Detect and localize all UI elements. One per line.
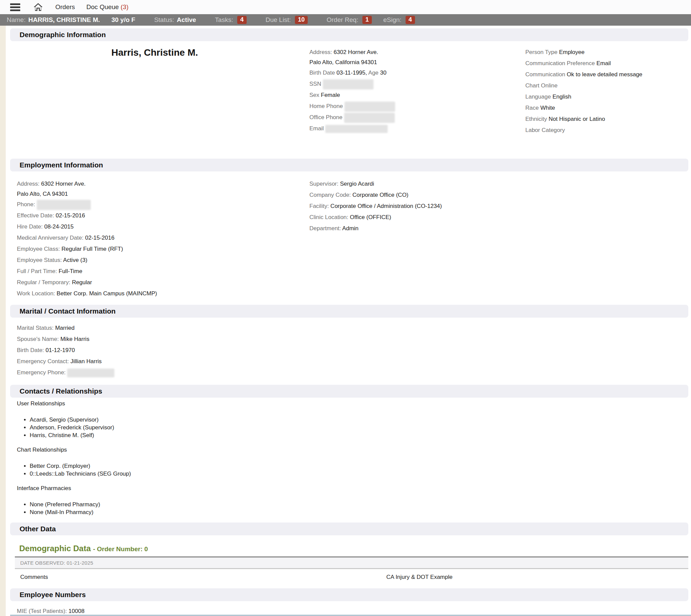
section-title: Other Data [20, 525, 56, 533]
user-relationships-heading: User Relationships [17, 400, 691, 408]
field-ethnicity: Ethnicity Not Hispanic or Latino [525, 113, 642, 125]
contacts-section: User Relationships Acardi, Sergio (Super… [0, 400, 691, 523]
order-req-count-badge[interactable]: 1 [362, 16, 372, 24]
interface-pharmacies-heading: Interface Pharmacies [17, 485, 691, 492]
field-employee-class: Employee Class: Regular Full Time (RFT) [17, 243, 157, 255]
employment-right-column: Supervisor: Sergio Acardi Company Code: … [309, 178, 442, 234]
list-item: None (Mail-In Pharmacy) [30, 508, 691, 516]
comments-row: Comments CA Injury & DOT Example [15, 569, 688, 587]
chart-relationships-heading: Chart Relationships [17, 446, 691, 454]
field-sex: Sex Female [309, 89, 395, 101]
section-header-employee-numbers: Employee Numbers [10, 588, 688, 601]
field-facility: Facility: Corporate Office / Administrat… [309, 200, 442, 212]
status-label: Status: [154, 16, 174, 24]
field-marital-status: Marital Status: Married [17, 322, 114, 333]
field-communication: Communication Ok to leave detailed messa… [525, 69, 642, 80]
list-item: Acardi, Sergio (Supervisor) [30, 416, 691, 424]
field-company-code: Company Code: Corporate Office (CO) [309, 189, 442, 200]
list-item: None (Preferred Pharmacy) [30, 501, 691, 508]
section-title: Employment Information [20, 161, 103, 169]
redacted-ssn [323, 79, 374, 89]
order-req-label: Order Req: [327, 16, 358, 24]
list-item: Better Corp. (Employer) [30, 462, 691, 470]
patient-age-sex: 30 y/o F [111, 16, 135, 24]
list-item: 0::Leeds::Lab Technicians (SEG Group) [30, 470, 691, 478]
marital-section: Marital Status: Married Spouse's Name: M… [0, 317, 691, 385]
order-subtitle: Demographic Data [19, 544, 91, 553]
top-app-bar: Orders Doc Queue (3) [0, 0, 691, 14]
field-chart-online: Chart Online [525, 80, 642, 91]
field-medical-anniversary-date: Medical Anniversary Date: 02-15-2016 [17, 232, 157, 243]
nav-orders[interactable]: Orders [55, 3, 75, 11]
demographic-data-order-heading: Demographic Data - Order Number: 0 [19, 544, 691, 554]
section-title: Demographic Information [20, 31, 106, 39]
section-title: Contacts / Relationships [20, 387, 102, 395]
demographic-section: Harris, Christine M. Address: 6302 Horne… [0, 41, 691, 159]
redacted-emp-phone [37, 200, 91, 210]
field-mie-test-patients: MIE (Test Patients): 10008 [17, 608, 691, 615]
field-labor-category: Labor Category [525, 125, 642, 136]
field-effective-date: Effective Date: 02-15-2016 [17, 210, 157, 221]
doc-queue-label: Doc Queue [86, 3, 119, 10]
doc-queue-count: (3) [120, 3, 128, 10]
section-title: Marital / Contact Information [20, 307, 116, 315]
field-ssn: SSN [309, 78, 395, 89]
field-home-phone: Home Phone [309, 101, 395, 112]
field-emergency-contact: Emergency Contact: Jillian Harris [17, 356, 114, 367]
field-spouse-name: Spouse's Name: Mike Harris [17, 333, 114, 345]
esign-label: eSign: [383, 16, 402, 24]
user-relationships-list: Acardi, Sergio (Supervisor) Anderson, Fr… [0, 416, 691, 439]
employment-section: Address: 6302 Horner Ave. Palo Alto, CA … [0, 172, 691, 305]
hamburger-menu-icon[interactable] [10, 3, 20, 11]
field-full-part-time: Full / Part Time: Full-Time [17, 266, 157, 277]
section-header-marital-contact-information: Marital / Contact Information [10, 305, 688, 317]
comments-value: CA Injury & DOT Example [386, 574, 452, 580]
field-email: Email [309, 123, 395, 134]
list-item: Harris, Christine M. (Self) [30, 431, 691, 439]
redacted-emergency-phone [67, 369, 114, 377]
field-address: Address: 6302 Horner Ave. [309, 47, 395, 58]
interface-pharmacies-list: None (Preferred Pharmacy) None (Mail-In … [0, 501, 691, 516]
patient-banner: Name: HARRIS, CHRISTINE M. 30 y/o F Stat… [0, 14, 691, 26]
nav-doc-queue[interactable]: Doc Queue (3) [86, 3, 129, 11]
field-work-location: Work Location: Better Corp. Main Campus … [17, 288, 157, 299]
date-observed-row: DATE OBSERVED: 01-21-2025 [15, 557, 688, 569]
section-header-other-data: Other Data [10, 523, 688, 535]
field-office-phone: Office Phone [309, 112, 395, 123]
patient-name: HARRIS, CHRISTINE M. [28, 16, 100, 24]
field-employee-status: Employee Status: Active (3) [17, 255, 157, 266]
employment-left-column: Address: 6302 Horner Ave. Palo Alto, CA … [17, 178, 157, 299]
field-communication-preference: Communication Preference Email [525, 58, 642, 69]
tasks-label: Tasks: [215, 16, 233, 24]
order-number: - Order Number: 0 [93, 546, 148, 553]
field-language: Language English [525, 91, 642, 102]
section-title: Employee Numbers [20, 591, 86, 599]
field-person-type: Person Type Employee [525, 47, 642, 58]
status-value: Active [177, 16, 196, 24]
field-supervisor: Supervisor: Sergio Acardi [309, 178, 442, 189]
field-department: Department: Admin [309, 223, 442, 234]
other-data-table: DATE OBSERVED: 01-21-2025 Comments CA In… [15, 556, 688, 587]
marital-column: Marital Status: Married Spouse's Name: M… [17, 322, 114, 378]
field-spouse-birth-date: Birth Date: 01-12-1970 [17, 345, 114, 356]
redacted-office-phone [344, 113, 395, 123]
esign-count-badge[interactable]: 4 [405, 16, 415, 24]
field-address-line2: Palo Alto, California 94301 [309, 58, 395, 67]
due-list-label: Due List: [266, 16, 291, 24]
section-header-contacts-relationships: Contacts / Relationships [10, 385, 688, 398]
field-emp-phone: Phone: [17, 199, 157, 210]
patient-display-name: Harris, Christine M. [111, 47, 198, 58]
home-icon[interactable] [32, 2, 44, 12]
due-list-count-badge[interactable]: 10 [295, 16, 308, 24]
name-label: Name: [7, 16, 26, 24]
chart-relationships-list: Better Corp. (Employer) 0::Leeds::Lab Te… [0, 462, 691, 478]
tasks-count-badge[interactable]: 4 [237, 16, 247, 24]
field-birth-date: Birth Date 03-11-1995, Age 30 [309, 67, 395, 78]
demographic-right-column: Person Type Employee Communication Prefe… [525, 47, 642, 136]
field-regular-temporary: Regular / Temporary: Regular [17, 277, 157, 288]
redacted-home-phone [344, 102, 395, 112]
section-header-demographic-information: Demographic Information [10, 28, 688, 41]
field-emergency-phone: Emergency Phone: [17, 367, 114, 378]
field-hire-date: Hire Date: 08-24-2015 [17, 221, 157, 232]
field-emp-address-line2: Palo Alto, CA 94301 [17, 189, 157, 199]
